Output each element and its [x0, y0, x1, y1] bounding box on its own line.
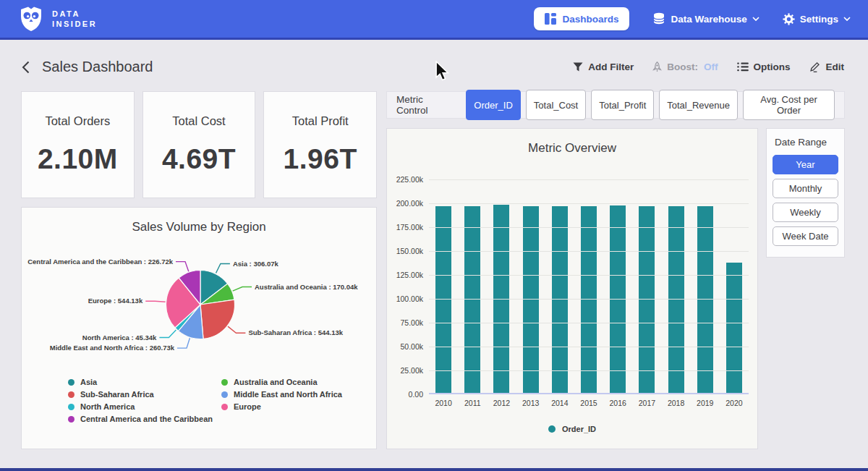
edit-label: Edit — [826, 61, 845, 72]
dashboard-content: Total Orders 2.10M Total Cost 4.69T Tota… — [0, 87, 868, 449]
gear-icon — [783, 13, 795, 25]
gridline — [429, 203, 749, 204]
pie-slice-label: Australia and Oceania : 170.04k — [255, 283, 358, 291]
pie-slice-label: North America : 45.34k — [82, 334, 157, 341]
add-filter-button[interactable]: Add Filter — [573, 61, 634, 72]
pie-chart: Asia : 306.07kAustralia and Oceania : 17… — [22, 236, 376, 375]
bar-slot — [545, 179, 574, 393]
pie-legend-item-asia[interactable]: Asia — [68, 378, 221, 386]
bar-chart-title: Metric Overview — [387, 129, 757, 156]
bar-plot-area — [429, 179, 749, 394]
gridline — [429, 179, 749, 180]
metric-option-order-id[interactable]: Order_ID — [466, 90, 520, 120]
list-icon — [737, 62, 749, 72]
page-title: Sales Dashboard — [42, 59, 153, 75]
bar-2020[interactable] — [726, 263, 742, 393]
legend-label: Sub-Saharan Africa — [80, 390, 154, 399]
pie-label-line — [177, 338, 190, 348]
pie-chart-title: Sales Volume by Region — [22, 208, 376, 234]
metric-button-group: Order_IDTotal_CostTotal_ProfitTotal_Reve… — [466, 90, 835, 120]
metric-option-avg-cost-per-order[interactable]: Avg. Cost per Order — [743, 90, 835, 120]
pie-legend-item-central-america-and-the-caribbean[interactable]: Central America and the Caribbean — [68, 415, 221, 423]
legend-label: Australia and Oceania — [234, 378, 318, 386]
bar-2011[interactable] — [464, 206, 480, 393]
x-axis-tick-label: 2011 — [458, 399, 487, 407]
y-axis-tick-label: 25.00k — [387, 366, 423, 375]
settings-label: Settings — [800, 14, 838, 25]
gridline — [429, 323, 749, 323]
kpi-card-total-profit: Total Profit 1.96T — [264, 92, 376, 198]
x-axis-tick-label: 2019 — [691, 399, 720, 407]
y-axis-tick-label: 225.00k — [387, 175, 423, 184]
kpi-label: Total Profit — [292, 114, 349, 128]
bar-legend[interactable]: Order_ID — [387, 425, 757, 433]
dashboards-label: Dashboards — [562, 14, 618, 25]
pie-legend: AsiaAustralia and OceaniaSub-Saharan Afr… — [68, 378, 376, 423]
date-range-option-week-date[interactable]: Week Date — [773, 226, 838, 246]
date-range-option-monthly[interactable]: Monthly — [773, 179, 838, 198]
pie-slice-label: Asia : 306.07k — [233, 260, 279, 268]
top-navigation: DATA INSIDER Dashboards Data Warehouse — [0, 0, 868, 40]
pie-legend-item-australia-and-oceania[interactable]: Australia and Oceania — [221, 378, 376, 386]
metric-option-total-cost[interactable]: Total_Cost — [526, 90, 586, 120]
legend-label: Europe — [234, 402, 261, 411]
metric-control-bar: Metric Control Order_IDTotal_CostTotal_P… — [387, 92, 844, 118]
legend-label: North America — [80, 402, 135, 411]
bar-slot — [429, 179, 458, 393]
chevron-down-icon — [843, 17, 851, 21]
bar-legend-label: Order_ID — [562, 425, 596, 433]
y-axis-tick-label: 75.00k — [387, 318, 423, 327]
y-axis-tick-label: 150.00k — [387, 247, 423, 255]
pie-legend-item-middle-east-and-north-africa[interactable]: Middle East and North Africa — [221, 390, 376, 399]
kpi-card-total-orders: Total Orders 2.10M — [22, 92, 134, 198]
metric-option-total-revenue[interactable]: Total_Revenue — [659, 90, 738, 120]
kpi-label: Total Orders — [45, 114, 110, 128]
pie-label-line — [228, 326, 245, 333]
date-range-option-weekly[interactable]: Weekly — [773, 203, 838, 222]
date-range-card: Date Range YearMonthlyWeeklyWeek Date — [767, 129, 844, 257]
filter-icon — [573, 62, 583, 72]
gridline — [429, 251, 749, 252]
legend-dot-icon — [221, 379, 228, 386]
bar-slot — [720, 179, 749, 393]
legend-dot-icon — [68, 379, 75, 386]
bar-2015[interactable] — [581, 206, 597, 393]
bar-chart: 225.00k200.00k175.00k150.00k125.00k100.0… — [387, 179, 749, 407]
pie-slice-label: Sub-Saharan Africa : 544.13k — [248, 328, 343, 336]
bar-slot — [691, 179, 720, 393]
legend-dot-icon — [68, 391, 75, 398]
data-warehouse-label: Data Warehouse — [671, 14, 746, 25]
date-range-option-year[interactable]: Year — [773, 155, 838, 174]
edit-button[interactable]: Edit — [809, 61, 845, 72]
brand-line1: DATA — [52, 10, 97, 18]
bar-2013[interactable] — [523, 206, 539, 393]
metric-control-label: Metric Control — [396, 94, 456, 116]
footer-bar — [0, 468, 868, 471]
x-axis-tick-label: 2012 — [487, 399, 516, 407]
pie-legend-item-north-america[interactable]: North America — [68, 402, 221, 411]
boost-label: Boost: — [667, 61, 698, 72]
boost-toggle[interactable]: Boost:Off — [652, 61, 718, 72]
y-axis-tick-label: 125.00k — [387, 271, 423, 279]
pie-legend-item-sub-saharan-africa[interactable]: Sub-Saharan Africa — [68, 390, 221, 399]
brand-logo[interactable]: DATA INSIDER — [19, 6, 97, 32]
pie-legend-item-europe[interactable]: Europe — [221, 402, 376, 411]
chevron-left-icon — [22, 61, 30, 74]
legend-label: Asia — [80, 378, 97, 386]
bar-slot — [487, 179, 516, 393]
legend-label: Central America and the Caribbean — [80, 415, 213, 423]
pie-slice-label: Central America and the Caribbean : 226.… — [27, 258, 174, 266]
gridline — [429, 347, 749, 347]
pie-label-line — [216, 264, 230, 273]
boost-value: Off — [704, 61, 718, 72]
data-warehouse-menu[interactable]: Data Warehouse — [652, 12, 759, 25]
gridline — [429, 299, 749, 300]
dashboards-button[interactable]: Dashboards — [534, 7, 629, 30]
back-button[interactable] — [22, 61, 30, 74]
bar-slot — [662, 179, 691, 393]
options-button[interactable]: Options — [737, 61, 791, 72]
pie-slice-sub-saharan-africa[interactable] — [200, 300, 234, 339]
settings-menu[interactable]: Settings — [783, 13, 851, 25]
x-axis-tick-label: 2014 — [545, 399, 574, 407]
metric-option-total-profit[interactable]: Total_Profit — [591, 90, 654, 120]
